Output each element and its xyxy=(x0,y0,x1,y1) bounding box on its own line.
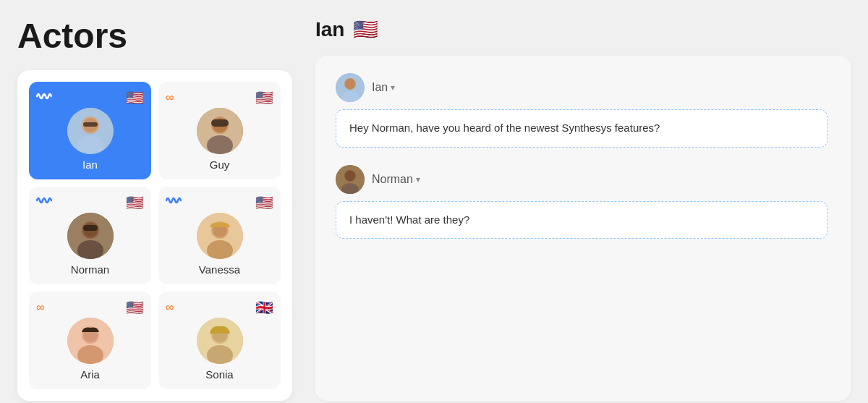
avatar-guy xyxy=(197,108,243,154)
card-top-row-ian: 🇺🇸 xyxy=(36,89,144,106)
actors-grid-container: 🇺🇸 Ian xyxy=(17,70,292,401)
card-top-row-guy: ∞ 🇺🇸 xyxy=(166,89,273,106)
chevron-down-ian: ▾ xyxy=(391,82,395,93)
actor-card-sonia[interactable]: ∞ 🇬🇧 Sonia xyxy=(158,292,281,389)
svg-point-30 xyxy=(345,79,355,89)
flag-vanessa: 🇺🇸 xyxy=(255,194,273,211)
conversation-container: Ian ▾ Hey Norman, have you heard of the … xyxy=(315,56,851,401)
wave-icon-norman xyxy=(36,194,52,211)
speaker-name-norman: Norman xyxy=(372,173,413,186)
actor-name-ian: Ian xyxy=(82,158,98,171)
avatar-norman xyxy=(67,213,114,259)
chevron-down-norman: ▾ xyxy=(416,174,420,184)
actor-card-guy[interactable]: ∞ 🇺🇸 Guy xyxy=(158,82,281,179)
flag-ian: 🇺🇸 xyxy=(126,89,144,106)
speech-text-norman: I haven't! What are they? xyxy=(349,213,469,226)
avatar-vanessa xyxy=(197,213,243,259)
speaker-avatar-ian xyxy=(336,73,365,102)
flag-sonia: 🇬🇧 xyxy=(255,299,273,316)
flag-norman: 🇺🇸 xyxy=(126,194,144,211)
right-header-flag: 🇺🇸 xyxy=(353,17,378,41)
speaker-row-ian: Ian ▾ xyxy=(336,73,830,102)
svg-rect-4 xyxy=(83,122,98,127)
actor-card-ian[interactable]: 🇺🇸 Ian xyxy=(29,82,151,179)
infinity-icon-sonia: ∞ xyxy=(166,302,174,313)
actors-grid: 🇺🇸 Ian xyxy=(29,82,281,389)
speaker-name-btn-norman[interactable]: Norman ▾ xyxy=(372,173,420,186)
page-title: Actors xyxy=(17,17,292,56)
speaker-name-btn-ian[interactable]: Ian ▾ xyxy=(372,81,395,94)
avatar-ian xyxy=(67,108,114,154)
right-header: Ian 🇺🇸 xyxy=(315,17,851,41)
actor-name-norman: Norman xyxy=(71,263,109,276)
right-title: Ian xyxy=(315,18,344,41)
speech-bubble-norman[interactable]: I haven't! What are they? xyxy=(336,201,827,239)
left-panel: Actors 🇺🇸 xyxy=(17,17,292,401)
main-container: Actors 🇺🇸 xyxy=(0,0,868,403)
conversation-turn-norman: Norman ▾ I haven't! What are they? xyxy=(336,165,830,239)
svg-point-34 xyxy=(345,171,355,181)
actor-name-sonia: Sonia xyxy=(205,368,233,381)
svg-rect-14 xyxy=(83,225,98,231)
infinity-icon-aria: ∞ xyxy=(36,302,44,313)
wave-icon-vanessa xyxy=(166,194,182,211)
card-top-row-sonia: ∞ 🇬🇧 xyxy=(166,299,273,316)
speech-text-ian: Hey Norman, have you heard of the newest… xyxy=(349,122,660,134)
flag-guy: 🇺🇸 xyxy=(255,89,273,106)
speaker-row-norman: Norman ▾ xyxy=(336,165,830,194)
right-panel: Ian 🇺🇸 Ian ▾ xyxy=(315,17,851,401)
actor-card-aria[interactable]: ∞ 🇺🇸 Aria xyxy=(29,292,151,389)
card-top-row-norman: 🇺🇸 xyxy=(36,194,144,211)
flag-aria: 🇺🇸 xyxy=(126,299,144,316)
actor-name-aria: Aria xyxy=(80,368,100,381)
wave-icon-ian xyxy=(36,90,52,106)
actor-name-guy: Guy xyxy=(210,158,230,171)
actor-card-norman[interactable]: 🇺🇸 Norman xyxy=(29,187,151,284)
infinity-icon-guy: ∞ xyxy=(166,92,174,103)
speaker-name-ian: Ian xyxy=(372,81,388,94)
actor-card-vanessa[interactable]: 🇺🇸 Vanessa xyxy=(158,187,281,284)
avatar-aria xyxy=(67,318,114,364)
speech-bubble-ian[interactable]: Hey Norman, have you heard of the newest… xyxy=(336,109,827,148)
svg-rect-9 xyxy=(211,119,229,127)
actor-name-vanessa: Vanessa xyxy=(199,263,240,276)
speaker-avatar-norman xyxy=(336,165,365,194)
card-top-row-aria: ∞ 🇺🇸 xyxy=(36,299,144,316)
avatar-sonia xyxy=(197,318,243,364)
conversation-turn-ian: Ian ▾ Hey Norman, have you heard of the … xyxy=(336,73,830,148)
card-top-row-vanessa: 🇺🇸 xyxy=(166,194,273,211)
